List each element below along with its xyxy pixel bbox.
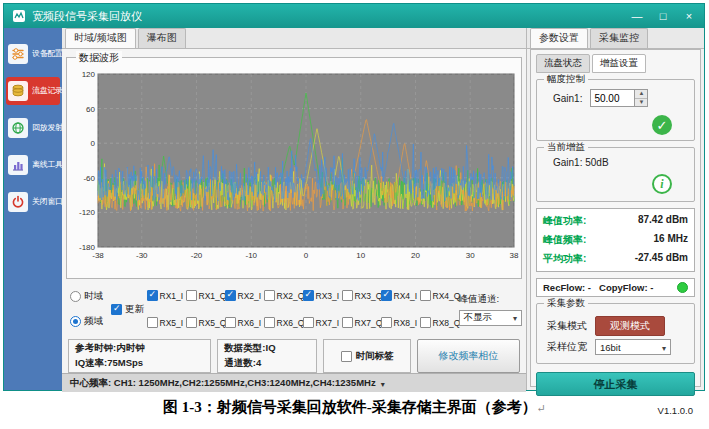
checkbox-rx3-q[interactable]: RX3_Q: [342, 290, 381, 301]
current-gain-value: Gain1: 50dB: [543, 157, 688, 168]
subtab-gain-settings[interactable]: 增益设置: [592, 54, 646, 73]
checkbox-label: RX3_I: [316, 291, 340, 301]
data-info-box: 数据类型:IQ 通道数:4: [217, 339, 317, 373]
sidebar-item-label: 离线工具: [32, 161, 63, 170]
checkbox-rx7-q[interactable]: RX7_Q: [342, 317, 381, 328]
checkbox-rx1-q[interactable]: RX1_Q: [186, 290, 225, 301]
peak-channel-col: 峰值通道: 不显示: [459, 287, 522, 331]
stop-capture-button[interactable]: 停止采集: [536, 372, 695, 396]
avg-power-row: 平均功率: -27.45 dBm: [543, 252, 688, 266]
right-panel-body: 流盘状态 增益设置 幅度控制 Gain1: ▲ ▼: [530, 49, 701, 387]
time-tag-box[interactable]: 时间标签: [323, 339, 411, 373]
sidebar-item-device-config[interactable]: 设备配置: [6, 40, 60, 68]
waveform-group-title: 数据波形: [76, 51, 122, 65]
subtab-stream-status[interactable]: 流盘状态: [536, 54, 590, 73]
sidebar-item-close-window[interactable]: 关闭窗口: [6, 188, 60, 216]
amplitude-group-title: 幅度控制: [544, 73, 588, 86]
svg-text:-120: -120: [79, 208, 96, 217]
checkbox-rx1-i[interactable]: RX1_I: [147, 290, 186, 301]
close-button[interactable]: ×: [682, 10, 696, 22]
sidebar-item-label: 关闭窗口: [32, 198, 63, 207]
checkbox-rx8-q[interactable]: RX8_Q: [420, 317, 459, 328]
right-panel: 参数设置 采集监控 流盘状态 增益设置 幅度控制 Gain1:: [526, 28, 704, 390]
checkbox-rx6-q[interactable]: RX6_Q: [264, 317, 303, 328]
avg-power-label: 平均功率:: [543, 252, 586, 266]
checkbox-box: [225, 317, 236, 328]
measurements-box: 峰值功率: 87.42 dBm 峰值频率: 16 MHz 平均功率: -27.4…: [536, 208, 695, 272]
svg-text:38: 38: [510, 251, 519, 260]
checkbox-rx3-i[interactable]: RX3_I: [303, 290, 342, 301]
sample-bits-select[interactable]: 16bit: [595, 339, 671, 355]
checkbox-label: RX8_Q: [433, 318, 461, 328]
checkbox-update[interactable]: 更新: [111, 303, 144, 316]
observe-mode-button[interactable]: 观测模式: [595, 316, 665, 336]
checkbox-box: [186, 317, 197, 328]
svg-text:120: 120: [82, 70, 96, 79]
stepper-up-icon[interactable]: ▲: [635, 90, 647, 99]
radio-label: 频域: [84, 315, 103, 328]
maximize-button[interactable]: □: [656, 10, 670, 22]
checkbox-rx7-i[interactable]: RX7_I: [303, 317, 342, 328]
radio-freq-domain[interactable]: 频域: [70, 315, 111, 328]
sidebar-item-playback-transmit[interactable]: 回放发射: [6, 114, 60, 142]
gain1-stepper: ▲ ▼: [590, 89, 648, 107]
checkbox-box: [264, 290, 275, 301]
gain1-input[interactable]: [591, 90, 634, 106]
checkbox-label: RX1_I: [160, 291, 184, 301]
modify-freq-phase-button[interactable]: 修改频率相位: [417, 339, 520, 373]
peak-channel-label: 峰值通道:: [459, 293, 522, 306]
checkbox-rx8-i[interactable]: RX8_I: [381, 317, 420, 328]
screenshot-root: 宽频段信号采集回放仪 — □ × 设备配置: [0, 0, 709, 429]
chevron-down-icon[interactable]: [381, 378, 385, 389]
capture-mode-row: 采集模式 观测模式: [547, 316, 688, 336]
sidebar-item-stream-record[interactable]: 流盘记录: [6, 77, 60, 105]
checkbox-label: RX8_I: [394, 318, 418, 328]
svg-text:10: 10: [356, 251, 365, 260]
svg-text:-20: -20: [191, 251, 203, 260]
waveform-groupbox: 数据波形 120600-60-120-180-38-30-20-10010203…: [66, 57, 522, 279]
chevron-down-icon: [513, 312, 517, 323]
checkbox-rx5-i[interactable]: RX5_I: [147, 317, 186, 328]
amplitude-control-group: 幅度控制 Gain1: ▲ ▼: [536, 79, 695, 141]
sidebar: 设备配置 流盘记录 回放发射: [4, 28, 62, 390]
capture-params-group: 采集参数 采集模式 观测模式 采样位宽 16bit: [536, 303, 695, 364]
apply-ok-check-icon[interactable]: [652, 115, 672, 135]
main-tabstrip: 时域/频域图 瀑布图: [62, 28, 526, 49]
peak-channel-select[interactable]: 不显示: [459, 310, 522, 326]
checkbox-label: RX5_Q: [199, 318, 227, 328]
channel-count-text: 通道数:4: [224, 357, 310, 370]
checkbox-label: RX2_Q: [277, 291, 305, 301]
checkbox-rx4-q[interactable]: RX4_Q: [420, 290, 459, 301]
tab-capture-monitor[interactable]: 采集监控: [590, 28, 648, 48]
info-icon[interactable]: [652, 174, 672, 194]
checkbox-box: [147, 290, 158, 301]
sliders-icon: [8, 44, 28, 64]
spectrum-chart[interactable]: 120600-60-120-180-38-30-20-10010203038: [68, 69, 520, 261]
paragraph-mark: ↵: [537, 402, 546, 414]
checkbox-rx2-i[interactable]: RX2_I: [225, 290, 264, 301]
tab-time-freq-domain[interactable]: 时域/频域图: [65, 28, 136, 48]
svg-text:-60: -60: [83, 174, 95, 183]
sample-bits-value: 16bit: [600, 342, 621, 353]
checkbox-rx6-i[interactable]: RX6_I: [225, 317, 264, 328]
main-area: 时域/频域图 瀑布图 数据波形 120600-60-120-180-38-30-…: [62, 28, 526, 390]
minimize-button[interactable]: —: [630, 10, 644, 22]
peak-freq-label: 峰值频率:: [543, 233, 586, 247]
recflow-text: RecFlow: -: [543, 282, 591, 293]
peak-power-row: 峰值功率: 87.42 dBm: [543, 214, 688, 228]
channel-row-1: RX1_I RX1_Q RX2_I RX2_Q RX3_I RX3_Q RX4_…: [147, 290, 459, 301]
tab-param-settings[interactable]: 参数设置: [530, 28, 588, 48]
tab-waterfall[interactable]: 瀑布图: [138, 28, 186, 48]
checkbox-rx2-q[interactable]: RX2_Q: [264, 290, 303, 301]
svg-text:20: 20: [411, 251, 420, 260]
checkbox-rx5-q[interactable]: RX5_Q: [186, 317, 225, 328]
app-window: 宽频段信号采集回放仪 — □ × 设备配置: [3, 3, 705, 391]
radio-label: 时域: [84, 290, 103, 303]
checkbox-box: [342, 290, 353, 301]
stepper-down-icon[interactable]: ▼: [635, 99, 647, 107]
checkbox-rx4-i[interactable]: RX4_I: [381, 290, 420, 301]
radio-time-domain[interactable]: 时域: [70, 290, 111, 303]
sidebar-item-offline-tools[interactable]: 离线工具: [6, 151, 60, 179]
current-gain-title: 当前增益: [544, 141, 588, 154]
caption-text: 图 1-3：射频信号采集回放软件-采集存储主界面（参考）: [163, 399, 537, 415]
